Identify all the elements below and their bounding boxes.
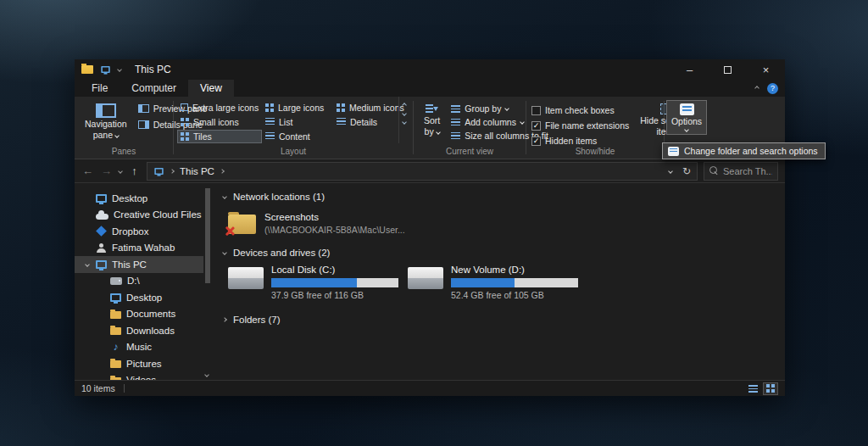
group-header-folders[interactable]: Folders (7) — [223, 315, 785, 325]
tiles-icon — [181, 132, 189, 141]
checkbox-file-name-extensions[interactable]: ✓ File name extensions — [531, 120, 629, 131]
tab-file[interactable]: File — [80, 80, 120, 97]
large-icons-view-toggle-button[interactable] — [763, 382, 778, 395]
navigation-pane-button[interactable]: Navigation pane — [80, 100, 132, 143]
address-history-icon[interactable] — [668, 169, 673, 174]
checkbox-checked-icon[interactable]: ✓ — [531, 137, 541, 146]
this-pc-icon — [96, 260, 107, 269]
chevron-down-icon[interactable] — [85, 262, 90, 267]
group-label-current-view: Current view — [414, 147, 526, 156]
options-dropdown-menu: Change folder and search options — [662, 142, 826, 159]
this-pc-icon — [154, 168, 163, 175]
disk-usage-fill — [271, 278, 357, 287]
drive-icon — [110, 277, 122, 285]
collapse-group-icon[interactable] — [222, 250, 227, 255]
sort-by-button[interactable]: Sort by — [419, 100, 445, 141]
layout-gallery-scrollbar[interactable] — [398, 97, 409, 143]
navigation-pane-icon — [96, 103, 116, 118]
this-pc-qat-icon[interactable] — [101, 66, 109, 73]
layout-option-large-icons[interactable]: Large icons — [262, 101, 333, 114]
layout-option-content[interactable]: Content — [262, 130, 333, 143]
file-explorer-icon — [81, 65, 93, 74]
group-label-show-hide: Show/hide — [526, 147, 664, 156]
scrollbar-thumb[interactable] — [205, 188, 210, 283]
sidebar-item-desktop-2[interactable]: Desktop — [75, 289, 203, 306]
menu-item-change-folder-and-search-options[interactable]: Change folder and search options — [663, 143, 825, 159]
layout-option-medium-icons[interactable]: Medium icons — [333, 101, 398, 114]
network-location-screenshots[interactable]: Screenshots (\\MACBOOKAIR-5B8A\Mac\User.… — [228, 212, 785, 235]
navigation-bar: ← → ↑ This PC ↻ — [75, 159, 785, 183]
sidebar-item-desktop[interactable]: Desktop — [75, 190, 203, 207]
checkbox-unchecked-icon[interactable] — [531, 106, 541, 115]
group-header-devices-and-drives[interactable]: Devices and drives (2) — [223, 248, 785, 258]
sidebar-item-dropbox[interactable]: Dropbox — [75, 223, 203, 240]
options-button[interactable]: Options — [666, 100, 707, 135]
ribbon-group-show-hide: Item check boxes ✓ File name extensions … — [526, 97, 664, 159]
gallery-more-icon[interactable] — [402, 120, 407, 125]
breadcrumb-separator-icon[interactable] — [170, 169, 175, 174]
gallery-up-icon[interactable] — [402, 103, 407, 108]
search-box[interactable] — [704, 162, 778, 181]
drive-new-volume-d[interactable]: New Volume (D:) 52.4 GB free of 105 GB — [408, 265, 577, 300]
tab-computer[interactable]: Computer — [120, 80, 188, 97]
help-icon[interactable]: ? — [767, 83, 778, 94]
gallery-down-icon[interactable] — [402, 111, 407, 116]
disk-usage-bar — [271, 278, 398, 287]
tab-view[interactable]: View — [188, 80, 234, 97]
scroll-down-icon[interactable] — [204, 372, 209, 377]
recent-locations-button[interactable] — [118, 169, 123, 174]
titlebar[interactable]: This PC – × — [75, 59, 785, 80]
sidebar-item-videos[interactable]: Videos — [75, 372, 203, 381]
refresh-button[interactable]: ↻ — [682, 165, 691, 177]
sidebar-item-downloads[interactable]: Downloads — [75, 322, 203, 339]
collapse-group-icon[interactable] — [222, 194, 227, 199]
maximize-button[interactable] — [709, 59, 747, 80]
layout-option-extra-large-icons[interactable]: Extra large icons — [177, 101, 262, 114]
back-button[interactable]: ← — [81, 164, 94, 177]
layout-option-small-icons[interactable]: Small icons — [177, 115, 262, 129]
layout-option-tiles[interactable]: Tiles — [177, 130, 262, 143]
forward-button[interactable]: → — [100, 164, 113, 177]
desktop-icon — [110, 293, 121, 302]
sidebar-item-documents[interactable]: Documents — [75, 306, 203, 323]
large-icons-view-icon — [766, 384, 775, 393]
chevron-down-icon — [436, 130, 441, 135]
details-view-icon — [748, 385, 758, 393]
breadcrumb-separator-icon[interactable] — [220, 169, 225, 174]
drive-local-disk-c[interactable]: Local Disk (C:) 37.9 GB free of 116 GB — [228, 265, 398, 300]
extra-large-icons-icon — [181, 103, 188, 111]
small-icons-icon — [181, 118, 189, 126]
sidebar-item-creative-cloud-files[interactable]: Creative Cloud Files — [75, 207, 203, 224]
up-button[interactable]: ↑ — [128, 164, 141, 177]
hard-drive-icon — [228, 267, 264, 289]
qat-chevron-down-icon[interactable] — [117, 67, 122, 72]
folder-icon — [110, 360, 121, 368]
breadcrumb-this-pc[interactable]: This PC — [180, 166, 214, 176]
search-icon — [709, 166, 719, 176]
sidebar-item-this-pc[interactable]: This PC — [75, 256, 203, 273]
checkbox-hidden-items[interactable]: ✓ Hidden items — [531, 135, 629, 147]
sidebar-item-d-drive[interactable]: D:\ — [75, 273, 203, 290]
layout-option-list[interactable]: List — [262, 115, 333, 129]
content-view-icon — [265, 132, 275, 140]
group-header-network-locations[interactable]: Network locations (1) — [223, 192, 785, 202]
address-bar[interactable]: This PC ↻ — [147, 162, 698, 181]
search-input[interactable] — [723, 166, 772, 176]
sidebar-item-pictures[interactable]: Pictures — [75, 355, 203, 372]
checkbox-checked-icon[interactable]: ✓ — [531, 121, 541, 131]
details-view-icon — [337, 118, 346, 125]
user-icon — [96, 243, 107, 253]
list-view-icon — [265, 118, 275, 125]
checkbox-item-check-boxes[interactable]: Item check boxes — [531, 104, 629, 116]
minimize-button[interactable]: – — [670, 59, 709, 80]
sidebar-item-fatima-wahab[interactable]: Fatima Wahab — [75, 240, 203, 257]
sidebar-item-music[interactable]: ♪Music — [75, 339, 203, 356]
layout-option-details[interactable]: Details — [333, 115, 398, 129]
close-button[interactable]: × — [747, 59, 785, 80]
hard-drive-icon — [408, 267, 443, 289]
sidebar-scrollbar[interactable] — [203, 183, 211, 380]
details-view-toggle-button[interactable] — [745, 382, 760, 395]
collapse-ribbon-icon[interactable] — [754, 86, 760, 91]
expand-group-icon[interactable] — [222, 317, 227, 322]
window-title: This PC — [135, 64, 171, 75]
